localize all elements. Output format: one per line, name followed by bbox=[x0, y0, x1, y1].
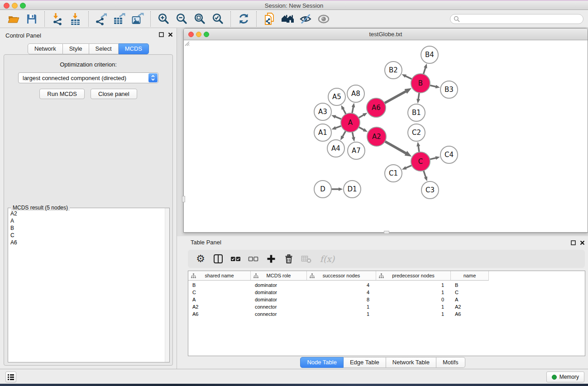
cell-MCDS-role[interactable]: dominator bbox=[251, 281, 307, 289]
graph-edge-A-A6[interactable] bbox=[359, 115, 363, 118]
network-window-titlebar[interactable]: testGlobe.txt bbox=[184, 29, 588, 40]
graph-node-B[interactable]: B bbox=[411, 74, 430, 93]
task-history-button[interactable] bbox=[5, 372, 16, 382]
graph-edge-A-A3[interactable] bbox=[335, 117, 342, 119]
tab-select[interactable]: Select bbox=[89, 43, 119, 54]
cell-MCDS-role[interactable]: connector bbox=[251, 303, 307, 310]
cell-predecessor-nodes[interactable]: 1 bbox=[376, 289, 451, 296]
refresh-button[interactable] bbox=[236, 11, 251, 27]
close-panel-icon[interactable] bbox=[168, 32, 173, 37]
add-column-button[interactable] bbox=[264, 252, 278, 266]
tab-network-table[interactable]: Network Table bbox=[386, 357, 436, 368]
graph-edge-B-B3[interactable] bbox=[430, 86, 435, 87]
mcds-result-item[interactable]: A6 bbox=[10, 239, 169, 246]
graph-node-D1[interactable]: D1 bbox=[344, 181, 361, 198]
graph-node-B3[interactable]: B3 bbox=[440, 81, 458, 98]
column-header-MCDS-role[interactable]: MCDS role bbox=[251, 271, 307, 281]
graph-edge-A-A8[interactable] bbox=[352, 107, 354, 113]
tab-network[interactable]: Network bbox=[28, 43, 63, 54]
tab-node-table[interactable]: Node Table bbox=[300, 357, 344, 368]
cell-predecessor-nodes[interactable]: 1 bbox=[376, 310, 451, 318]
graph-edge-A2-C[interactable] bbox=[385, 141, 406, 153]
graph-node-C3[interactable]: C3 bbox=[421, 181, 439, 199]
delete-column-button[interactable] bbox=[282, 252, 296, 266]
graph-node-C1[interactable]: C1 bbox=[385, 165, 402, 182]
table-settings-button[interactable]: ⚙ bbox=[194, 252, 207, 266]
table-row[interactable]: Adominator80A bbox=[188, 296, 585, 303]
cell-MCDS-role[interactable]: connector bbox=[251, 310, 307, 318]
zoom-in-button[interactable] bbox=[156, 11, 171, 27]
home-button[interactable] bbox=[280, 11, 295, 27]
select-all-button[interactable] bbox=[229, 252, 243, 266]
cell-successor-nodes[interactable]: 8 bbox=[307, 296, 376, 303]
graph-node-C4[interactable]: C4 bbox=[440, 146, 458, 163]
table-row[interactable]: A2connector11A2 bbox=[188, 303, 585, 310]
graph-node-A3[interactable]: A3 bbox=[314, 103, 331, 120]
import-table-button[interactable] bbox=[68, 11, 83, 27]
graph-node-A6[interactable]: A6 bbox=[367, 98, 386, 117]
graph-edge-A-A1[interactable] bbox=[335, 126, 341, 128]
network-canvas[interactable]: AA1A2A3A4A5A6A7A8BB1B2B3B4CC1C2C3C4DD1 bbox=[184, 40, 588, 232]
open-session-button[interactable] bbox=[6, 11, 21, 27]
column-header-shared-name[interactable]: shared name bbox=[188, 271, 251, 281]
column-header-predecessor-nodes[interactable]: predecessor nodes bbox=[376, 271, 451, 281]
cell-MCDS-role[interactable]: dominator bbox=[251, 289, 307, 296]
mcds-result-item[interactable]: B bbox=[10, 224, 169, 232]
export-network-button[interactable] bbox=[94, 11, 109, 27]
cell-predecessor-nodes[interactable]: 1 bbox=[376, 303, 451, 310]
graph-node-C[interactable]: C bbox=[411, 152, 430, 171]
search-input[interactable] bbox=[450, 14, 583, 24]
tab-motifs[interactable]: Motifs bbox=[436, 357, 465, 368]
cell-shared-name[interactable]: C bbox=[188, 289, 251, 296]
close-panel-icon[interactable] bbox=[580, 240, 585, 245]
graph-edge-A-A7[interactable] bbox=[352, 132, 354, 138]
memory-button[interactable]: Memory bbox=[546, 372, 584, 382]
show-graphics-details-button[interactable] bbox=[316, 11, 331, 27]
table-row[interactable]: A6connector11A6 bbox=[188, 310, 585, 318]
graph-node-A[interactable]: A bbox=[341, 113, 360, 132]
graph-node-B2[interactable]: B2 bbox=[385, 62, 402, 79]
graph-edge-C-C4[interactable] bbox=[430, 158, 435, 159]
graph-node-A4[interactable]: A4 bbox=[327, 140, 344, 157]
graph-edge-A-A4[interactable] bbox=[343, 131, 346, 137]
graph-node-C2[interactable]: C2 bbox=[408, 124, 425, 141]
table-row[interactable]: Cdominator41C bbox=[188, 289, 585, 296]
cell-name[interactable]: A bbox=[451, 296, 489, 303]
graph-edge-B-B1[interactable] bbox=[418, 93, 419, 99]
deselect-all-button[interactable] bbox=[247, 252, 260, 266]
table-row[interactable]: Bdominator41B bbox=[188, 281, 585, 289]
delete-table-button[interactable] bbox=[300, 252, 313, 266]
zoom-fit-button[interactable] bbox=[192, 11, 207, 27]
cell-successor-nodes[interactable]: 1 bbox=[307, 303, 376, 310]
cell-name[interactable]: C bbox=[451, 289, 489, 296]
hide-graphics-details-button[interactable] bbox=[298, 11, 313, 27]
cell-predecessor-nodes[interactable]: 1 bbox=[376, 281, 451, 289]
mcds-result-item[interactable]: A2 bbox=[10, 210, 169, 217]
graph-edge-C-C3[interactable] bbox=[424, 171, 426, 177]
column-header-successor-nodes[interactable]: successor nodes bbox=[307, 271, 376, 281]
mcds-result-item[interactable]: C bbox=[10, 232, 169, 239]
zoom-out-button[interactable] bbox=[174, 11, 189, 27]
cell-shared-name[interactable]: A bbox=[188, 296, 251, 303]
graph-node-A5[interactable]: A5 bbox=[328, 88, 345, 105]
graph-edge-B-B2[interactable] bbox=[406, 76, 412, 79]
graph-edge-C-C2[interactable] bbox=[418, 146, 419, 152]
float-panel-icon[interactable] bbox=[571, 240, 576, 245]
cell-shared-name[interactable]: A6 bbox=[188, 310, 251, 318]
cell-successor-nodes[interactable]: 4 bbox=[307, 281, 376, 289]
cell-shared-name[interactable]: B bbox=[188, 281, 251, 289]
column-layout-button[interactable] bbox=[211, 252, 225, 266]
resize-grip-icon[interactable] bbox=[184, 40, 190, 46]
tab-style[interactable]: Style bbox=[63, 43, 89, 54]
graph-node-A1[interactable]: A1 bbox=[314, 124, 331, 141]
export-table-button[interactable] bbox=[112, 11, 127, 27]
graph-node-D[interactable]: D bbox=[314, 181, 331, 198]
export-image-button[interactable] bbox=[130, 11, 145, 27]
cell-predecessor-nodes[interactable]: 0 bbox=[376, 296, 451, 303]
graph-node-B4[interactable]: B4 bbox=[421, 46, 438, 63]
network-document-button[interactable] bbox=[262, 11, 277, 27]
cell-successor-nodes[interactable]: 4 bbox=[307, 289, 376, 296]
zoom-selected-button[interactable] bbox=[210, 11, 225, 27]
graph-edge-A-A2[interactable] bbox=[359, 127, 364, 130]
mcds-result-list[interactable]: A2ABCA6 bbox=[8, 208, 169, 362]
